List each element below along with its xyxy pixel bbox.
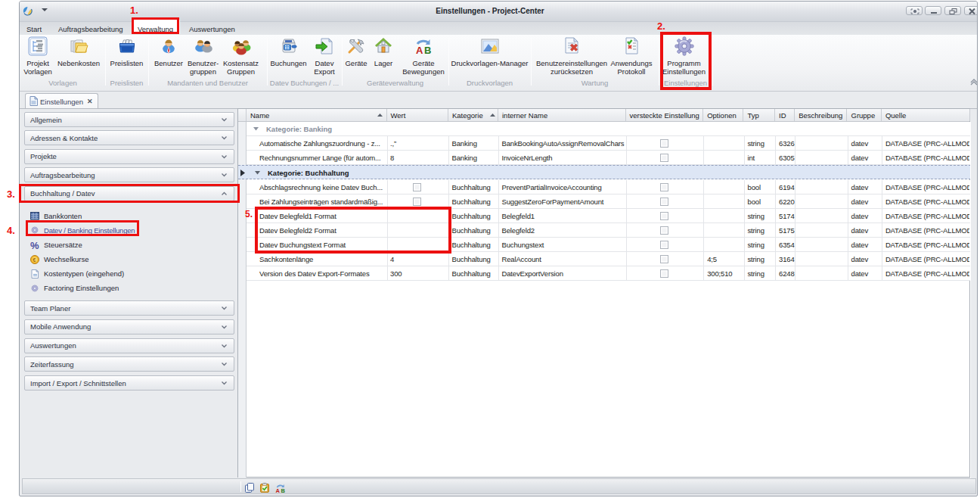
svg-text:A: A [416, 45, 423, 56]
svg-text:B: B [424, 45, 431, 56]
svg-text:€: € [33, 257, 36, 262]
svg-text:B: B [281, 487, 286, 493]
svg-text:%: % [30, 241, 39, 250]
svg-text:A: A [276, 487, 281, 493]
